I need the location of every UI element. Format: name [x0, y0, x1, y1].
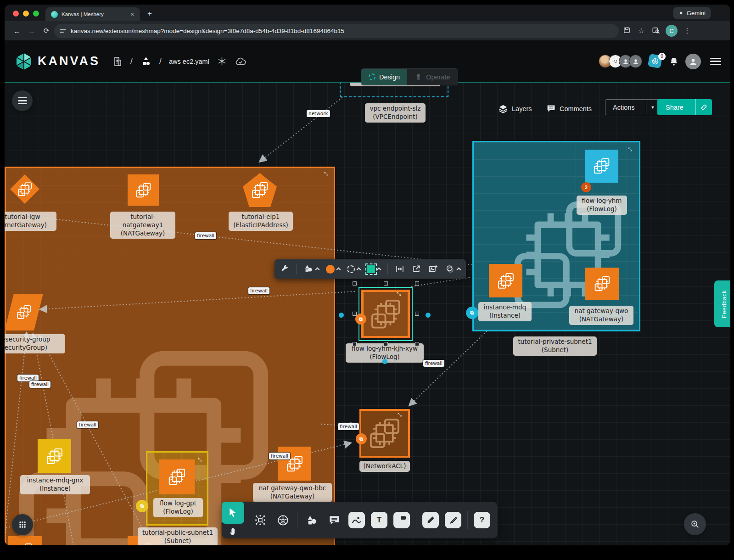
chevron-up-icon: [315, 268, 320, 272]
maximize-window-button[interactable]: [33, 11, 39, 17]
node-tutorial-natgateway1[interactable]: [128, 174, 159, 206]
selection-handle[interactable]: [384, 281, 388, 286]
url-text[interactable]: kanvas.new/extension/meshmap?mode=design…: [71, 28, 344, 34]
shape-style-button[interactable]: [303, 264, 319, 274]
tab-operate[interactable]: Operate: [407, 69, 457, 85]
edge[interactable]: [40, 291, 354, 309]
save-page-icon[interactable]: [620, 26, 633, 35]
resource-chip-icon: [134, 181, 153, 200]
apps-grid-button[interactable]: [12, 514, 33, 535]
canvas-menu-button[interactable]: [12, 90, 33, 111]
organization-icon[interactable]: [112, 56, 123, 67]
add-image-button[interactable]: [428, 264, 438, 274]
open-in-new-button[interactable]: [412, 264, 421, 274]
edge[interactable]: [409, 331, 487, 405]
node-natgw-qwo-bbc[interactable]: [278, 447, 311, 481]
browser-menu-icon[interactable]: ⋮: [680, 27, 694, 35]
node-networkacl[interactable]: [359, 409, 410, 458]
note-tool[interactable]: [393, 512, 410, 528]
app-menu-icon[interactable]: [710, 58, 721, 65]
selection-handle[interactable]: [353, 281, 357, 286]
browser-profile-avatar[interactable]: C: [666, 25, 678, 37]
meshery-snowflake-icon[interactable]: [217, 56, 227, 67]
selection-handle[interactable]: [415, 342, 419, 346]
vpc-orange-container-collapse-icon[interactable]: ⤡: [324, 171, 328, 176]
border-style-button[interactable]: [347, 265, 360, 273]
select-tool-button[interactable]: [222, 502, 244, 524]
collaborator-avatar-generic-2[interactable]: [629, 55, 642, 68]
address-bar[interactable]: kanvas.new/extension/meshmap?mode=design…: [54, 24, 619, 38]
selection-handle[interactable]: [415, 281, 419, 286]
new-tab-button[interactable]: +: [147, 10, 152, 17]
share-link-icon[interactable]: [695, 99, 712, 115]
tab-design[interactable]: Design: [361, 69, 407, 85]
notifications-bell-icon[interactable]: [669, 56, 679, 67]
design-canvas[interactable]: Layers Comments Actions ▼ Share: [5, 83, 730, 545]
chevron-up-icon: [457, 268, 461, 272]
magnifier-icon: [690, 519, 700, 529]
link-badge-flowlog-selected[interactable]: ⧉: [355, 314, 366, 325]
collaborator-avatars[interactable]: [599, 55, 642, 68]
help-button[interactable]: ?: [474, 512, 490, 528]
edge[interactable]: [412, 277, 471, 286]
node-collapse-icon[interactable]: ⤡: [397, 291, 401, 297]
freehand-tool[interactable]: [445, 512, 461, 528]
actions-button[interactable]: Actions ▼: [605, 99, 660, 115]
close-window-button[interactable]: [13, 11, 19, 17]
link-badge-flowlog-gpt[interactable]: ⧉: [136, 500, 148, 512]
comment-tool[interactable]: [326, 512, 342, 528]
selection-handle[interactable]: [384, 342, 388, 346]
reload-button[interactable]: ⟳: [39, 27, 53, 35]
guide-dot: [382, 359, 387, 364]
feedback-label: Feedback: [721, 290, 728, 318]
shapes-tool[interactable]: [303, 512, 320, 528]
zoom-button[interactable]: [684, 513, 706, 535]
share-button[interactable]: Share: [657, 99, 712, 115]
node-flowlog-gpt[interactable]: [159, 459, 195, 494]
node-instance-mdq-gnx[interactable]: [38, 439, 71, 473]
mesh-components-tool[interactable]: [252, 512, 269, 528]
node-natgw-qwo[interactable]: [585, 268, 619, 300]
selection-handle[interactable]: [415, 312, 419, 316]
design-file-name[interactable]: aws ec2.yaml: [169, 58, 209, 65]
user-profile-avatar[interactable]: [685, 54, 701, 69]
pen-tool[interactable]: [422, 512, 439, 528]
pan-tool-button[interactable]: [225, 525, 241, 538]
edge[interactable]: [5, 333, 27, 545]
site-settings-icon[interactable]: [60, 29, 66, 33]
selection-handle[interactable]: [353, 342, 357, 346]
node-collapse-icon[interactable]: ⤡: [398, 412, 402, 417]
node-flowlog-yhm[interactable]: [585, 150, 618, 183]
gemini-button[interactable]: ✦ Gemini: [673, 7, 711, 19]
node-partial-bottom-1[interactable]: [8, 536, 42, 545]
kubernetes-tool[interactable]: [275, 512, 291, 528]
comments-button[interactable]: Comments: [546, 101, 592, 117]
flowlog-gpt-container-collapse-icon[interactable]: ⤡: [198, 457, 202, 462]
layers-button[interactable]: Layers: [498, 101, 532, 117]
minimize-window-button[interactable]: [23, 11, 29, 17]
private-subnet-container-collapse-icon[interactable]: ⤡: [628, 147, 632, 152]
link-badge-private-subnet[interactable]: ⧉: [466, 307, 478, 319]
fill-color-button[interactable]: [326, 265, 340, 274]
selection-color-button[interactable]: [367, 265, 381, 273]
edge[interactable]: [260, 98, 342, 162]
bookmark-star-icon[interactable]: ☆: [634, 27, 648, 35]
tab-search-icon[interactable]: [649, 26, 663, 36]
lasso-tool-button[interactable]: [445, 264, 460, 274]
configure-tool-button[interactable]: [280, 264, 289, 274]
count-badge-flowlog-yhm[interactable]: 2: [581, 182, 591, 192]
forward-button[interactable]: →: [25, 27, 39, 35]
cloud-sync-icon[interactable]: [235, 56, 247, 67]
workspace-icon[interactable]: [140, 56, 152, 67]
kubernetes-context-badge[interactable]: 0: [649, 55, 662, 68]
text-tool[interactable]: T: [371, 512, 387, 528]
link-badge-networkacl[interactable]: ⧉: [356, 433, 367, 444]
node-instance-mdq[interactable]: [489, 264, 522, 297]
feedback-tab[interactable]: Feedback: [714, 280, 730, 327]
browser-tab[interactable]: Kanvas | Meshery ✕: [45, 7, 140, 21]
kanvas-logo[interactable]: KANVAS: [15, 52, 100, 71]
resize-label-button[interactable]: [395, 264, 405, 274]
media-tool[interactable]: [348, 512, 365, 528]
tab-close-icon[interactable]: ✕: [130, 11, 134, 17]
back-button[interactable]: ←: [10, 27, 24, 35]
